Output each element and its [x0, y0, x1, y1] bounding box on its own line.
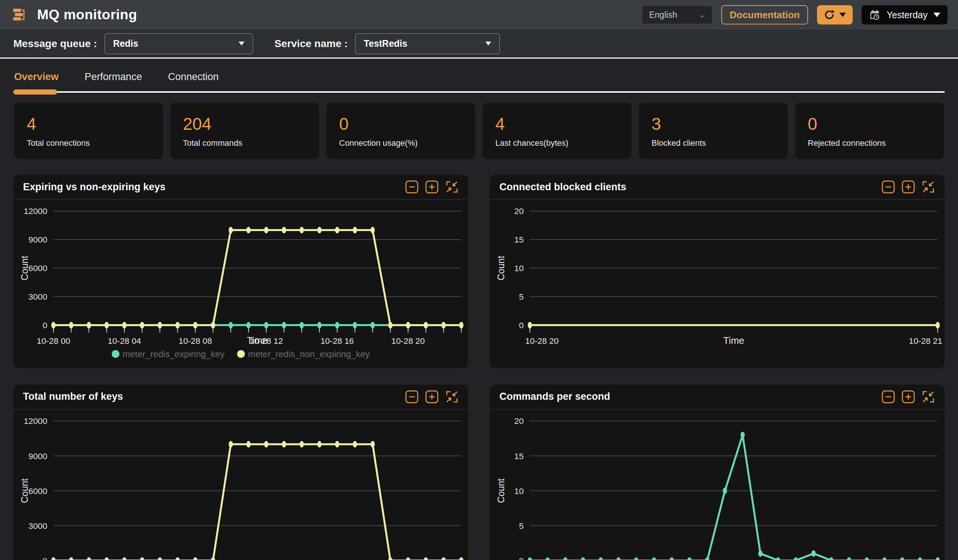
collapse-button[interactable] — [445, 180, 458, 194]
zoom-out-button[interactable] — [882, 180, 895, 194]
tab-track — [13, 89, 945, 95]
main-content: Overview Performance Connection 4 Total … — [0, 59, 958, 560]
minus-icon — [405, 390, 419, 403]
filter-bar: Message queue : Redis Service name : Tes… — [0, 30, 958, 59]
svg-text:5: 5 — [519, 292, 524, 302]
svg-text:5: 5 — [519, 521, 524, 530]
svg-text:6000: 6000 — [29, 263, 48, 273]
dropdown-arrow-icon — [239, 41, 244, 46]
legend-item-meter_redis_non_expiring_key[interactable]: meter_redis_non_expiring_key — [237, 349, 370, 359]
zoom-in-button[interactable] — [425, 180, 439, 194]
svg-text:10-28 08: 10-28 08 — [178, 336, 212, 346]
refresh-icon — [824, 9, 835, 21]
language-select[interactable]: English ⌄ — [642, 6, 712, 24]
chart-panel-connected-blocked-clients: Connected blocked clients0510152010-28 2… — [490, 175, 945, 368]
language-value: English — [649, 10, 677, 20]
time-range-value: Yesterday — [887, 9, 928, 21]
chart-panel-total-number-of-keys: Total number of keys03000600090001200010… — [13, 384, 468, 560]
message-queue-label: Message queue : — [13, 38, 97, 50]
collapse-icon — [922, 390, 935, 403]
svg-text:3000: 3000 — [29, 292, 48, 302]
collapse-icon — [922, 180, 935, 194]
svg-text:Count: Count — [496, 478, 506, 503]
message-queue-select[interactable]: Redis — [105, 33, 253, 54]
page-title: MQ monitoring — [37, 7, 137, 23]
tab-bar: Overview Performance Connection — [13, 59, 945, 92]
svg-text:Count: Count — [19, 256, 30, 281]
svg-text:10-28 20: 10-28 20 — [525, 336, 559, 346]
zoom-out-button[interactable] — [405, 390, 419, 403]
service-name-label: Service name : — [274, 38, 348, 50]
stat-value: 3 — [652, 114, 775, 134]
legend-dot — [112, 350, 119, 358]
svg-text:10: 10 — [514, 486, 523, 495]
chart-panel-actions — [405, 180, 458, 194]
line-chart-total-number-of-keys[interactable]: 03000600090001200010-28 0010-28 0410-28 … — [13, 410, 468, 560]
plus-icon — [425, 180, 439, 194]
svg-text:12000: 12000 — [24, 206, 48, 216]
stat-label: Total connections — [27, 138, 150, 148]
line-chart-expiring-vs-non-expiring-keys[interactable]: 03000600090001200010-28 0010-28 0410-28 … — [13, 199, 468, 347]
svg-text:10-28 20: 10-28 20 — [392, 336, 425, 346]
time-range-button[interactable]: Yesterday — [861, 5, 948, 24]
documentation-button[interactable]: Documentation — [721, 5, 808, 24]
chart-panel-header: Connected blocked clients — [490, 175, 945, 199]
chart-panel-actions — [882, 390, 935, 403]
zoom-out-button[interactable] — [882, 390, 895, 403]
message-queue-icon — [11, 6, 28, 23]
chart-panel-actions — [882, 180, 935, 194]
legend-label: meter_redis_non_expiring_key — [248, 349, 370, 359]
dropdown-arrow-icon — [934, 13, 940, 17]
stat-card-blocked-clients: 3 Blocked clients — [639, 103, 788, 159]
dropdown-arrow-icon — [485, 41, 491, 46]
stat-card-connection-usage: 0 Connection usage(%) — [327, 103, 475, 159]
service-name-select[interactable]: TestRedis — [355, 33, 500, 54]
minus-icon — [882, 390, 895, 403]
zoom-in-button[interactable] — [902, 180, 915, 194]
chart-title: Commands per second — [500, 391, 610, 402]
svg-text:15: 15 — [514, 235, 523, 244]
stat-value: 4 — [27, 114, 150, 134]
svg-text:0: 0 — [519, 555, 524, 560]
line-chart-connected-blocked-clients[interactable]: 0510152010-28 2010-28 21CountTime — [490, 199, 945, 347]
chevron-down-icon: ⌄ — [699, 10, 705, 20]
dropdown-arrow-icon — [839, 13, 846, 17]
zoom-out-button[interactable] — [405, 180, 419, 194]
svg-text:3000: 3000 — [29, 521, 48, 530]
legend-label: meter_redis_expiring_key — [122, 349, 224, 359]
stat-value: 0 — [339, 114, 463, 134]
legend-item-meter_redis_expiring_key[interactable]: meter_redis_expiring_key — [112, 349, 224, 359]
line-chart-commands-per-second[interactable]: 0510152010-28 0010-28 0410-28 0810-28 12… — [490, 410, 945, 560]
chart-panel-header: Commands per second — [490, 384, 945, 409]
collapse-icon — [445, 390, 458, 403]
stat-value: 0 — [808, 114, 931, 134]
zoom-in-button[interactable] — [425, 390, 439, 403]
svg-text:10-28 16: 10-28 16 — [320, 336, 354, 346]
collapse-button[interactable] — [922, 180, 935, 194]
svg-text:Count: Count — [19, 478, 30, 503]
active-tab-indicator — [13, 89, 57, 95]
calendar-clock-icon — [869, 9, 881, 21]
stat-value: 4 — [495, 114, 619, 134]
svg-text:Time: Time — [723, 335, 744, 346]
chart-panel-header: Total number of keys — [13, 384, 468, 409]
stat-card-total-connections: 4 Total connections — [14, 103, 163, 159]
svg-text:20: 20 — [514, 416, 523, 426]
chart-title: Expiring vs non-expiring keys — [23, 181, 165, 193]
svg-text:6000: 6000 — [29, 486, 48, 495]
svg-text:10-28 04: 10-28 04 — [108, 336, 141, 346]
documentation-label: Documentation — [730, 9, 799, 21]
app-header: MQ monitoring English ⌄ Documentation Ye… — [0, 0, 958, 30]
chart-title: Connected blocked clients — [500, 181, 626, 193]
stat-label: Total commands — [183, 138, 306, 148]
refresh-button[interactable] — [817, 5, 853, 24]
svg-text:12000: 12000 — [24, 416, 48, 426]
zoom-in-button[interactable] — [902, 390, 915, 403]
svg-text:20: 20 — [514, 206, 523, 216]
chart-legend: meter_redis_expiring_keymeter_redis_non_… — [13, 347, 468, 365]
stat-card-total-commands: 204 Total commands — [170, 103, 319, 159]
chart-title: Total number of keys — [23, 391, 123, 402]
collapse-button[interactable] — [445, 390, 458, 403]
svg-text:0: 0 — [519, 320, 524, 330]
collapse-button[interactable] — [922, 390, 935, 403]
